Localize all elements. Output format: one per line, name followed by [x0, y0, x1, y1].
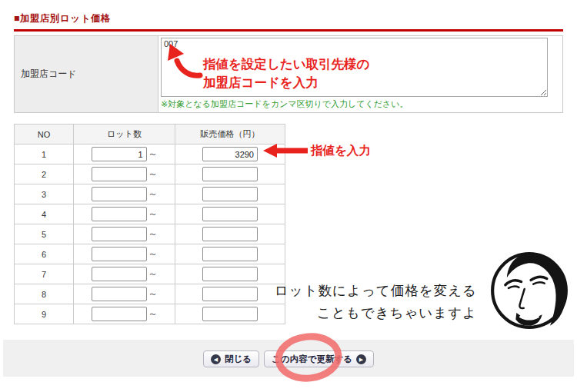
left-arrow-annotation	[262, 143, 309, 158]
merchant-code-annotation-line1: 指値を設定したい取引先様の	[203, 56, 369, 73]
lot-count-cell: ～	[74, 184, 175, 204]
lot-count-cell: ～	[74, 244, 175, 264]
row-number: 2	[15, 164, 74, 184]
price-cell	[175, 304, 285, 324]
range-tilde: ～	[148, 288, 158, 299]
price-input[interactable]	[202, 207, 258, 221]
page: ■加盟店別ロット価格 加盟店コード 007 ※対象となる加盟店コードをカンマ区切…	[0, 0, 577, 392]
price-input[interactable]	[202, 167, 258, 181]
lot-table-row: 9～	[15, 304, 285, 324]
lot-count-cell: ～	[74, 164, 175, 184]
lot-table-body: 1～2～3～4～5～6～7～8～9～	[15, 145, 285, 324]
top-red-rule	[14, 29, 563, 32]
lot-count-input[interactable]	[92, 187, 147, 201]
range-tilde: ～	[148, 188, 158, 199]
price-cell	[175, 164, 285, 184]
price-input[interactable]	[202, 227, 258, 241]
lot-count-cell: ～	[74, 145, 175, 164]
lot-table-row: 3～	[15, 184, 285, 204]
close-button[interactable]: ◀ 閉じる	[203, 350, 259, 367]
merchant-code-label: 加盟店コード	[15, 36, 158, 112]
price-input[interactable]	[202, 247, 258, 261]
lot-price-table: NO ロット数 販売価格（円） 1～2～3～4～5～6～7～8～9～	[14, 124, 285, 324]
character-note-line2: こともできちゃいますよ	[275, 302, 477, 324]
lot-table-row: 1～	[15, 145, 285, 164]
lot-count-input[interactable]	[92, 167, 147, 181]
section-bullet-icon: ■	[14, 13, 20, 24]
price-annotation: 指値を入力	[311, 143, 371, 159]
lot-table-row: 5～	[15, 224, 285, 244]
lot-count-input[interactable]	[92, 147, 147, 161]
range-tilde: ～	[148, 208, 158, 219]
row-number: 9	[15, 304, 74, 324]
lot-count-cell: ～	[74, 284, 175, 304]
comma-separated-note: ※対象となる加盟店コードをカンマ区切りで入力してください。	[161, 98, 562, 110]
price-input[interactable]	[202, 307, 258, 321]
header-sale-price: 販売価格（円）	[175, 125, 285, 145]
lot-table-row: 2～	[15, 164, 285, 184]
lot-count-input[interactable]	[92, 267, 147, 281]
lot-count-input[interactable]	[92, 227, 147, 241]
merchant-code-annotation-line2: 加盟店コードを入力	[203, 75, 319, 91]
range-tilde: ～	[148, 168, 158, 179]
row-number: 5	[15, 224, 74, 244]
row-number: 3	[15, 184, 74, 204]
price-input[interactable]	[202, 147, 258, 161]
price-input[interactable]	[202, 267, 258, 281]
row-number: 1	[15, 145, 74, 164]
forward-circle-icon: ▶	[356, 354, 366, 364]
price-input[interactable]	[202, 287, 258, 301]
lot-table-row: 4～	[15, 204, 285, 224]
price-cell	[175, 264, 285, 284]
close-button-label: 閉じる	[225, 354, 252, 365]
range-tilde: ～	[148, 228, 158, 239]
lot-count-cell: ～	[74, 264, 175, 284]
row-number: 8	[15, 284, 74, 304]
character-face-illustration	[489, 251, 569, 331]
lot-table-row: 8～	[15, 284, 285, 304]
page-title: ■加盟店別ロット価格	[14, 12, 111, 25]
lot-table-row: 6～	[15, 244, 285, 264]
lot-count-cell: ～	[74, 224, 175, 244]
row-number: 7	[15, 264, 74, 284]
row-number: 4	[15, 204, 74, 224]
header-lot-count: ロット数	[74, 125, 175, 145]
header-no: NO	[15, 125, 74, 145]
price-input[interactable]	[202, 187, 258, 201]
red-circle-annotation	[272, 331, 345, 384]
range-tilde: ～	[148, 148, 158, 159]
lot-table-header-row: NO ロット数 販売価格（円）	[15, 125, 285, 145]
price-cell	[175, 244, 285, 264]
lot-count-input[interactable]	[92, 307, 147, 321]
range-tilde: ～	[148, 308, 158, 319]
range-tilde: ～	[148, 268, 158, 279]
row-number: 6	[15, 244, 74, 264]
lot-count-cell: ～	[74, 304, 175, 324]
character-note: ロット数によって価格を変える こともできちゃいますよ	[275, 280, 477, 324]
lot-table-row: 7～	[15, 264, 285, 284]
curved-arrow-annotation	[162, 40, 208, 82]
price-cell	[175, 224, 285, 244]
lot-count-input[interactable]	[92, 207, 147, 221]
back-circle-icon: ◀	[211, 354, 221, 364]
price-cell	[175, 284, 285, 304]
lot-count-input[interactable]	[92, 247, 147, 261]
character-note-line1: ロット数によって価格を変える	[275, 280, 477, 302]
lot-count-cell: ～	[74, 204, 175, 224]
price-cell	[175, 204, 285, 224]
page-title-text: 加盟店別ロット価格	[20, 13, 111, 24]
lot-count-input[interactable]	[92, 287, 147, 301]
range-tilde: ～	[148, 248, 158, 259]
price-cell	[175, 184, 285, 204]
